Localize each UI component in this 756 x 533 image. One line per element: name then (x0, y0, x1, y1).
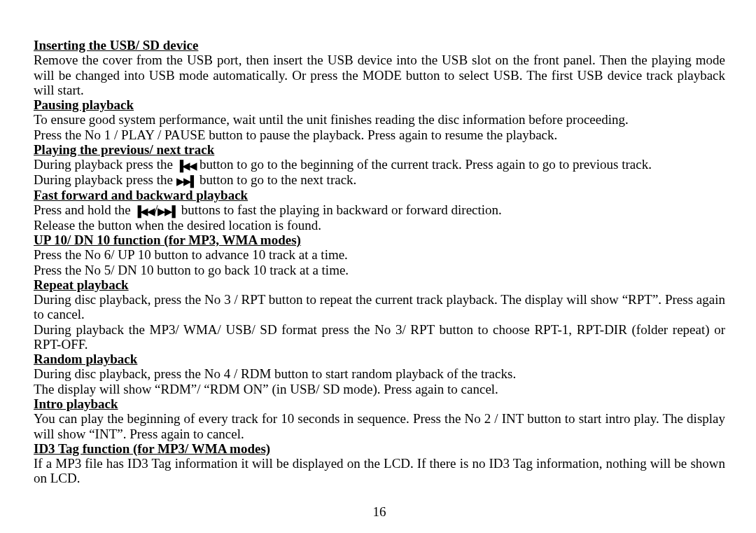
page-number: 16 (34, 504, 725, 519)
para-up10-1: Press the No 6/ UP 10 button to advance … (34, 247, 725, 262)
heading-up10: UP 10/ DN 10 function (for MP3, WMA mode… (34, 233, 725, 247)
heading-intro: Intro playback (34, 396, 725, 411)
heading-random: Random playback (34, 352, 725, 366)
text-fragment: button to go to the beginning of the cur… (196, 157, 652, 172)
next-track-icon: ▶▶▌ (158, 206, 178, 218)
para-up10-2: Press the No 5/ DN 10 button to go back … (34, 263, 725, 277)
prev-track-icon: ▐◀◀ (134, 206, 155, 218)
para-pausing-2: Press the No 1 / PLAY / PAUSE button to … (34, 127, 725, 142)
heading-repeat: Repeat playback (34, 277, 725, 292)
para-ffwd-2: Release the button when the desired loca… (34, 218, 725, 233)
para-intro-1: You can play the beginning of every trac… (34, 411, 725, 441)
heading-id3: ID3 Tag function (for MP3/ WMA modes) (34, 441, 725, 456)
heading-ffwd: Fast forward and backward playback (34, 188, 725, 202)
manual-page: Inserting the USB/ SD device Remove the … (0, 0, 756, 533)
heading-pausing: Pausing playback (34, 97, 725, 112)
heading-insert-usb: Inserting the USB/ SD device (34, 38, 725, 53)
para-next-track: During playback press the ▶▶▌ button to … (34, 172, 725, 188)
para-id3-1: If a MP3 file has ID3 Tag information it… (34, 456, 725, 486)
para-ffwd-1: Press and hold the ▐◀◀/▶▶▌ buttons to fa… (34, 202, 725, 218)
text-fragment: button to go to the next track. (196, 172, 356, 187)
heading-prev-next: Playing the previous/ next track (34, 142, 725, 157)
text-fragment: Press and hold the (34, 202, 134, 217)
para-insert-usb: Remove the cover from the USB port, then… (34, 53, 725, 97)
para-repeat-2: During playback the MP3/ WMA/ USB/ SD fo… (34, 322, 725, 352)
prev-track-icon: ▐◀◀ (176, 160, 197, 172)
text-fragment: During playback press the (34, 172, 176, 187)
text-fragment: During playback press the (34, 157, 176, 172)
para-random-1: During disc playback, press the No 4 / R… (34, 366, 725, 381)
para-repeat-1: During disc playback, press the No 3 / R… (34, 292, 725, 322)
text-fragment: buttons to fast the playing in backward … (178, 202, 502, 217)
para-prev-track: During playback press the ▐◀◀ button to … (34, 157, 725, 172)
para-random-2: The display will show “RDM”/ “RDM ON” (i… (34, 382, 725, 396)
next-track-icon: ▶▶▌ (176, 176, 197, 188)
para-pausing-1: To ensure good system performance, wait … (34, 112, 725, 127)
